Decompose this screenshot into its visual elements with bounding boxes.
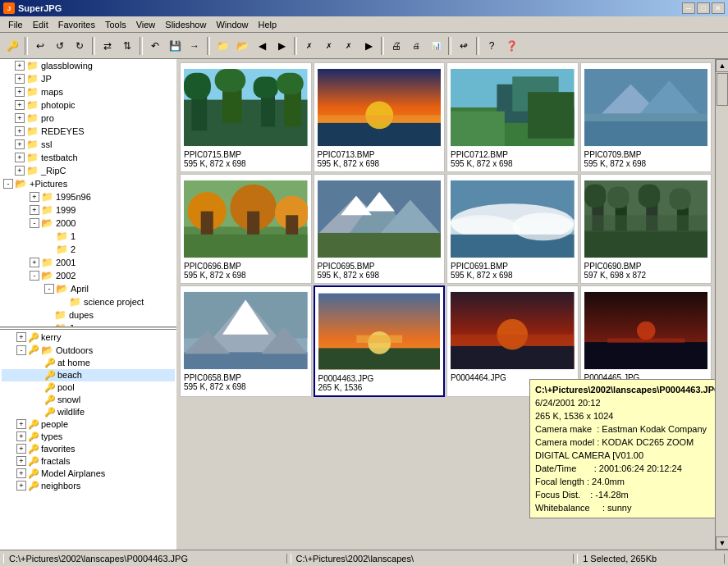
expand-2002[interactable]: - [30,271,39,281]
tool-flip-v[interactable]: ⇅ [118,37,136,55]
expand-2000[interactable]: - [30,218,39,228]
tool-nav-left[interactable]: ◀ [253,37,271,55]
tool-info[interactable]: ❓ [502,37,520,55]
tree-item-2[interactable]: 📁 2 [0,243,176,256]
tree-item-ssl[interactable]: + 📁 ssl [0,138,176,151]
thumb-cell-9[interactable]: PPIC0658.BMP 595 K, 872 x 698 [180,285,312,397]
tool-open[interactable]: 📂 [233,37,251,55]
thumbnail-area[interactable]: PPIC0715.BMP 595 K, 872 x 698 [176,59,715,550]
tool-print[interactable]: 🖨 [387,37,405,55]
tree-item-beach[interactable]: 🔑 beach [2,369,175,381]
thumb-cell-6[interactable]: PPIC0695.BMP 595 K, 872 x 698 [314,174,446,284]
expand-fractals[interactable]: + [16,456,26,466]
thumb-cell-7[interactable]: PPIC0691.BMP 595 K, 872 x 698 [446,174,579,284]
menu-tools[interactable]: Tools [100,18,131,31]
menu-edit[interactable]: Edit [28,18,53,31]
tree-item-1999[interactable]: + 📁 1999 [0,203,176,217]
expand-pro[interactable]: + [15,113,25,123]
tool-x2[interactable]: ✗ [320,37,338,55]
thumb-cell-2[interactable]: PPIC0713.BMP 595 K, 872 x 698 [314,62,446,172]
thumb-cell-5[interactable]: PPIC0696.BMP 595 K, 872 x 698 [180,174,312,284]
tree-item-dupes[interactable]: 📁 dupes [0,308,176,322]
favorites-tree[interactable]: + 🔑 kerry - 🔑 📂 Outdoors 🔑 at home 🔑 bea… [0,329,176,550]
tree-item-pool[interactable]: 🔑 pool [2,381,175,394]
menu-favorites[interactable]: Favorites [53,18,100,31]
tree-item-2001[interactable]: + 📁 2001 [0,256,176,269]
thumb-cell-8[interactable]: PPIC0690.BMP 597 K, 698 x 872 [580,174,712,284]
expand-ssl[interactable]: + [15,139,25,149]
expand-april[interactable]: - [44,284,54,294]
expand-maps[interactable]: + [15,87,25,97]
tool-arrow-back[interactable]: ↫ [455,37,473,55]
tool-print2[interactable]: 🖨 [407,37,425,55]
expand-redeyes[interactable]: + [15,126,25,136]
tool-undo[interactable]: ↶ [146,37,164,55]
menu-slideshow[interactable]: Slideshow [160,18,211,31]
tree-item-fractals[interactable]: + 🔑 fractals [2,455,175,468]
tool-back[interactable]: ↩ [31,37,49,55]
tree-item-neighbors[interactable]: + 🔑 neighbors [2,480,175,492]
tree-item-people[interactable]: + 🔑 people [2,418,175,431]
tree-item-outdoors[interactable]: - 🔑 📂 Outdoors [2,344,175,357]
scroll-track[interactable] [716,72,728,536]
tool-chart[interactable]: 📊 [427,37,445,55]
tool-rotate-right[interactable]: ↻ [71,37,89,55]
expand-neighbors[interactable]: + [16,481,26,491]
expand-favorites[interactable]: + [16,444,26,454]
tree-item-jp[interactable]: + 📁 JP [0,72,176,85]
tree-item-wildlife[interactable]: 🔑 wildlife [2,406,175,418]
tool-save[interactable]: 💾 [166,37,184,55]
maximize-button[interactable]: □ [697,2,710,14]
tool-rotate-left[interactable]: ↺ [51,37,69,55]
tree-item-pro[interactable]: + 📁 pro [0,112,176,125]
scroll-down-button[interactable]: ▼ [716,536,728,550]
tree-item-april[interactable]: - 📂 April [0,282,176,295]
expand-2001[interactable]: + [30,258,39,267]
tool-x1[interactable]: ✗ [300,37,318,55]
close-button[interactable]: ✕ [712,2,725,14]
tool-arrow-right[interactable]: → [185,37,204,55]
scroll-up-button[interactable]: ▲ [716,59,728,72]
tree-item-kerry[interactable]: + 🔑 kerry [2,331,175,344]
thumb-cell-4[interactable]: PPIC0709.BMP 595 K, 872 x 698 [580,62,712,172]
tool-help[interactable]: ? [483,37,501,55]
tree-item-2002[interactable]: - 📂 2002 [0,269,176,282]
tree-item-favorites[interactable]: + 🔑 favorites [2,443,175,455]
expand-1999[interactable]: + [30,205,39,215]
tree-item-2000[interactable]: - 📂 2000 [0,217,176,230]
tree-item-1[interactable]: 📁 1 [0,230,176,243]
vertical-scrollbar[interactable]: ▲ ▼ [715,59,728,550]
expand-ripc[interactable]: + [15,166,25,176]
expand-outdoors[interactable]: - [16,345,26,355]
tree-item-photopic[interactable]: + 📁 photopic [0,98,176,112]
expand-glassblowing[interactable]: + [15,61,25,71]
thumb-cell-10[interactable]: P0004463.JPG 265 K, 1536 [314,285,446,397]
tree-item-maps[interactable]: + 📁 maps [0,85,176,98]
thumb-cell-1[interactable]: PPIC0715.BMP 595 K, 872 x 698 [180,62,312,172]
tree-item-pictures[interactable]: - 📂 +Pictures [0,177,176,190]
expand-photopic[interactable]: + [15,100,25,110]
tree-item-1995n96[interactable]: + 📁 1995n96 [0,190,176,203]
tree-item-redeyes[interactable]: + 📁 REDEYES [0,125,176,138]
tree-item-modelairplanes[interactable]: + 🔑 Model Airplanes [2,468,175,480]
expand-types[interactable]: + [16,431,26,441]
tool-play[interactable]: ▶ [359,37,378,55]
menu-view[interactable]: View [131,18,161,31]
expand-pictures[interactable]: - [3,179,13,189]
window-controls[interactable]: ─ □ ✕ [682,2,725,14]
tool-flip-h[interactable]: ⇄ [98,37,117,55]
menu-window[interactable]: Window [211,18,253,31]
menu-help[interactable]: Help [254,18,282,31]
expand-people[interactable]: + [16,419,26,429]
menu-file[interactable]: File [3,18,28,31]
expand-testbatch[interactable]: + [15,153,25,162]
minimize-button[interactable]: ─ [682,2,695,14]
tree-item-glassblowing[interactable]: + 📁 glassblowing [0,59,176,72]
thumb-cell-3[interactable]: PPIC0712.BMP 595 K, 872 x 698 [446,62,579,172]
expand-jp[interactable]: + [15,74,25,84]
expand-kerry[interactable]: + [16,332,26,342]
tree-item-types[interactable]: + 🔑 types [2,431,175,443]
tool-folder[interactable]: 📁 [213,37,231,55]
tree-item-ripc[interactable]: + 📁 _RipC [0,164,176,177]
tool-x3[interactable]: ✗ [340,37,358,55]
